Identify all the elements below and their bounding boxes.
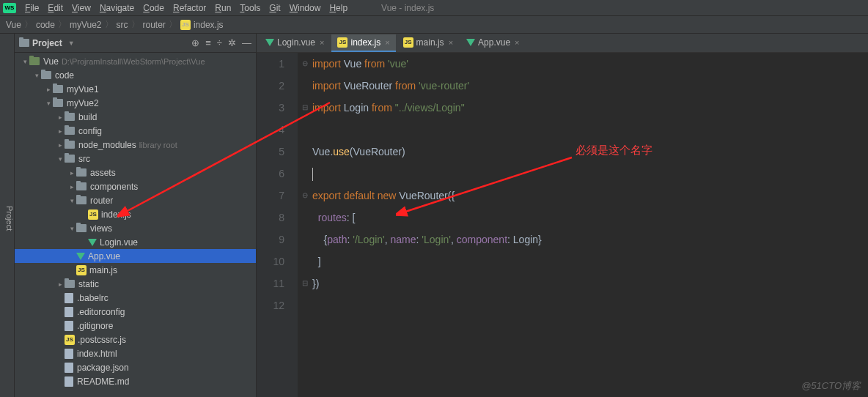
menu-edit[interactable]: Edit (43, 1, 67, 15)
menu-file[interactable]: File (21, 1, 43, 15)
code-line[interactable]: ⊟import Login from "../views/Login" (312, 97, 868, 119)
code-line[interactable] (312, 163, 868, 185)
tree-row[interactable]: ▸myVue1 (15, 82, 256, 96)
tree-row[interactable]: .babelrc (15, 291, 256, 305)
tree-arrow-icon[interactable]: ▸ (67, 183, 76, 190)
menu-refactor[interactable]: Refactor (169, 1, 210, 15)
editor-tab[interactable]: JSmain.js× (397, 34, 459, 52)
target-icon[interactable]: ⊕ (191, 37, 199, 48)
close-icon[interactable]: × (385, 38, 389, 47)
menu-window[interactable]: Window (285, 1, 326, 15)
folder-icon (76, 168, 87, 177)
code-line[interactable] (312, 119, 868, 141)
tree-arrow-icon[interactable]: ▸ (56, 281, 65, 288)
close-icon[interactable]: × (449, 38, 453, 47)
tree-label: router (90, 196, 113, 206)
js-icon: JS (88, 209, 98, 220)
code-content[interactable]: ⊖import Vue from 'vue'import VueRouter f… (298, 53, 868, 397)
chevron-down-icon[interactable]: ▼ (68, 40, 75, 47)
tree-row[interactable]: ▾router (15, 193, 256, 207)
menu-navigate[interactable]: Navigate (95, 1, 139, 15)
menu-git[interactable]: Git (265, 1, 284, 15)
menu-help[interactable]: Help (325, 1, 352, 15)
project-toolwindow-tab[interactable]: Project (0, 34, 15, 397)
breadcrumb-item[interactable]: code (36, 20, 55, 30)
tree-row[interactable]: ▾views (15, 221, 256, 235)
project-tree[interactable]: ▾VueD:\ProjramInstall\WebStorm\Project\V… (15, 53, 256, 397)
code-line[interactable]: routes: [ (312, 207, 868, 229)
tree-arrow-icon[interactable]: ▾ (44, 100, 53, 107)
menu-run[interactable]: Run (210, 1, 235, 15)
folder-icon (65, 141, 75, 149)
js-icon: JS (180, 20, 191, 30)
tree-row[interactable]: ▸assets (15, 166, 256, 179)
tree-row[interactable]: ▸components (15, 179, 256, 193)
tree-arrow-icon[interactable]: ▾ (56, 155, 65, 163)
code-line[interactable]: import VueRouter from 'vue-router' (312, 75, 868, 97)
tree-arrow-icon[interactable]: ▸ (56, 127, 65, 135)
tree-row[interactable]: App.vue (15, 249, 256, 263)
hide-icon[interactable]: — (242, 37, 251, 48)
breadcrumb-item[interactable]: Vue (6, 20, 21, 30)
tree-label: myVue1 (67, 84, 99, 94)
close-icon[interactable]: × (515, 38, 519, 47)
tree-row[interactable]: index.html (15, 346, 256, 360)
tree-arrow-icon[interactable]: ▾ (67, 197, 76, 204)
tree-row[interactable]: README.md (15, 374, 256, 388)
code-line[interactable]: ⊖export default new VueRouter({ (312, 185, 868, 207)
tree-label: build (78, 112, 97, 122)
code-line[interactable]: ] (312, 251, 868, 272)
menu-code[interactable]: Code (139, 1, 169, 15)
tree-row[interactable]: .editorconfig (15, 305, 256, 319)
menu-view[interactable]: View (67, 1, 95, 15)
code-line[interactable]: ⊟}) (312, 272, 868, 294)
breadcrumb-item[interactable]: src (117, 20, 128, 30)
file-icon (65, 293, 73, 303)
tree-row[interactable]: ▾src (15, 152, 256, 166)
tree-row[interactable]: ▸config (15, 124, 256, 138)
tree-row[interactable]: ▾myVue2 (15, 96, 256, 110)
folder-icon (65, 127, 75, 135)
tree-row[interactable]: Login.vue (15, 235, 256, 249)
breadcrumb-item[interactable]: index.js (194, 20, 224, 30)
code-line[interactable]: Vue.use(VueRouter) (312, 141, 868, 163)
panel-title[interactable]: Project (32, 38, 62, 48)
editor-tab[interactable]: App.vue× (460, 34, 525, 52)
tree-label: index.html (77, 349, 117, 359)
tree-arrow-icon[interactable]: ▸ (56, 114, 65, 121)
tree-row[interactable]: ▸node_moduleslibrary root (15, 138, 256, 152)
tree-row[interactable]: ▸build (15, 110, 256, 124)
tree-row[interactable]: JSmain.js (15, 263, 256, 277)
collapse-icon[interactable]: ÷ (217, 37, 222, 48)
breadcrumb[interactable]: Vue〉code〉myVue2〉src〉router〉JSindex.js (0, 16, 868, 34)
tree-row[interactable]: ▾VueD:\ProjramInstall\WebStorm\Project\V… (15, 54, 256, 68)
code-line[interactable]: ⊖import Vue from 'vue' (312, 53, 868, 75)
tree-arrow-icon[interactable]: ▸ (67, 169, 76, 177)
gutter: 123456789101112 (257, 53, 298, 397)
code-editor[interactable]: 123456789101112 ⊖import Vue from 'vue'im… (257, 53, 868, 397)
tree-row[interactable]: package.json (15, 360, 256, 374)
tree-row[interactable]: ▸static (15, 277, 256, 291)
tree-arrow-icon[interactable]: ▸ (44, 86, 53, 93)
breadcrumb-item[interactable]: myVue2 (70, 20, 102, 30)
tree-row[interactable]: .gitignore (15, 319, 256, 333)
tree-row[interactable]: JSindex.js (15, 207, 256, 221)
gear-icon[interactable]: ✲ (228, 37, 236, 48)
close-icon[interactable]: × (320, 38, 324, 47)
tree-label: myVue2 (67, 98, 99, 108)
editor-tab[interactable]: JSindex.js× (331, 34, 395, 52)
tree-arrow-icon[interactable]: ▾ (21, 58, 29, 65)
tree-row[interactable]: ▾code (15, 68, 256, 82)
breadcrumb-item[interactable]: router (143, 20, 166, 30)
tree-arrow-icon[interactable]: ▸ (56, 141, 65, 149)
expand-icon[interactable]: ≡ (205, 37, 211, 48)
tree-label: index.js (101, 209, 131, 220)
code-line[interactable] (312, 294, 868, 316)
tree-row[interactable]: JS.postcssrc.js (15, 333, 256, 346)
code-line[interactable]: {path: '/Login', name: 'Login', componen… (312, 229, 868, 251)
tree-label: .editorconfig (77, 307, 125, 317)
tree-arrow-icon[interactable]: ▾ (67, 225, 76, 232)
tree-arrow-icon[interactable]: ▾ (32, 72, 41, 79)
menu-tools[interactable]: Tools (235, 1, 265, 15)
editor-tab[interactable]: Login.vue× (260, 34, 330, 52)
